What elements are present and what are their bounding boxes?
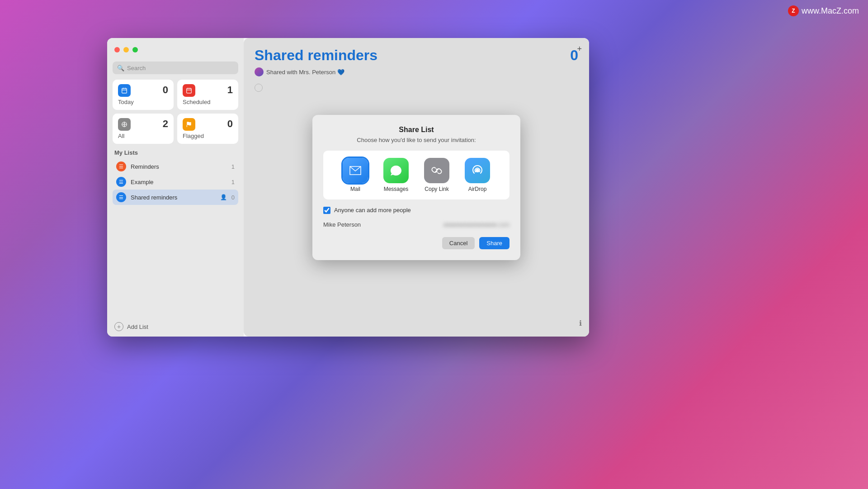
anyone-can-add-label: Anyone can add more people: [334, 207, 411, 214]
flagged-label: Flagged: [183, 133, 233, 139]
all-label: All: [118, 133, 168, 139]
search-icon: 🔍: [117, 65, 124, 71]
sidebar: 🔍 Search 0 Today 1: [107, 38, 244, 337]
svg-rect-0: [122, 88, 127, 93]
app-window: 🔍 Search 0 Today 1: [107, 38, 589, 337]
macz-url: www.MacZ.com: [802, 6, 859, 16]
example-list-count: 1: [231, 179, 235, 185]
reminders-list-label: Reminders: [131, 163, 227, 170]
all-icon: [118, 118, 131, 131]
list-item-example[interactable]: ☰ Example 1: [113, 174, 238, 190]
list-item-shared-reminders[interactable]: ☰ Shared reminders 👤 0: [113, 190, 238, 205]
shared-reminders-list-label: Shared reminders: [131, 194, 216, 201]
share-option-messages[interactable]: Messages: [380, 158, 412, 192]
reminders-list-count: 1: [231, 163, 235, 170]
today-label: Today: [118, 99, 168, 105]
scheduled-count: 1: [227, 84, 233, 96]
smart-card-today-header: 0: [118, 84, 168, 97]
modal-overlay: Share List Choose how you'd like to send…: [244, 38, 589, 337]
smart-card-flagged-header: 0: [183, 118, 233, 131]
smart-card-all-header: 2: [118, 118, 168, 131]
copylink-label: Copy Link: [425, 186, 448, 192]
all-count: 2: [163, 118, 168, 130]
share-option-airdrop[interactable]: AirDrop: [462, 158, 493, 192]
mail-icon: [343, 158, 368, 183]
smart-card-scheduled-header: 1: [183, 84, 233, 97]
shared-reminders-list-icon: ☰: [116, 192, 126, 202]
mail-label: Mail: [350, 186, 360, 192]
share-person-icon: 👤: [220, 194, 227, 200]
add-list-button[interactable]: + Add List: [107, 317, 244, 337]
smart-card-today[interactable]: 0 Today: [113, 80, 174, 110]
close-button[interactable]: [114, 47, 120, 52]
scheduled-icon: [183, 84, 195, 97]
participant-name: Mike Peterson: [323, 221, 361, 228]
share-button[interactable]: Share: [479, 237, 509, 249]
my-lists-section: My Lists ☰ Reminders 1 ☰ Example 1 ☰ Sha…: [107, 149, 244, 317]
modal-title: Share List: [323, 126, 509, 134]
smart-card-all[interactable]: 2 All: [113, 114, 174, 144]
search-bar[interactable]: 🔍 Search: [113, 62, 238, 74]
flagged-count: 0: [227, 118, 233, 130]
reminders-list-icon: ☰: [116, 161, 126, 171]
watermark: Z www.MacZ.com: [788, 5, 859, 16]
shared-reminders-list-count: 0: [231, 194, 235, 201]
example-list-label: Example: [131, 179, 227, 185]
smart-lists-grid: 0 Today 1 Scheduled 2: [107, 80, 244, 149]
macz-logo-icon: Z: [788, 5, 799, 16]
share-option-copylink[interactable]: Copy Link: [421, 158, 453, 192]
smart-card-flagged[interactable]: 0 Flagged: [177, 114, 238, 144]
main-content: + Shared reminders 0 Shared with Mrs. Pe…: [244, 38, 589, 337]
list-item-reminders[interactable]: ☰ Reminders 1: [113, 159, 238, 174]
minimize-button[interactable]: [123, 47, 129, 52]
today-count: 0: [163, 84, 168, 96]
anyone-can-add-row: Anyone can add more people: [323, 207, 509, 214]
cancel-button[interactable]: Cancel: [442, 237, 475, 249]
search-placeholder: Search: [127, 65, 146, 71]
airdrop-label: AirDrop: [468, 186, 487, 192]
svg-point-12: [476, 169, 479, 172]
modal-buttons: Cancel Share: [323, 237, 509, 249]
add-list-icon: +: [114, 322, 123, 331]
flagged-icon: [183, 118, 195, 131]
copylink-icon: [424, 158, 449, 183]
maximize-button[interactable]: [132, 47, 138, 52]
add-list-label: Add List: [127, 323, 148, 330]
airdrop-icon: [465, 158, 490, 183]
messages-icon: [383, 158, 409, 183]
share-options-container: Mail Messages: [323, 151, 509, 199]
titlebar: [107, 38, 244, 62]
modal-subtitle: Choose how you'd like to send your invit…: [323, 137, 509, 143]
svg-rect-4: [187, 88, 192, 93]
example-list-icon: ☰: [116, 177, 126, 187]
participant-row: Mike Peterson ●●●●●●●●●●●●●●●.com: [323, 221, 509, 228]
today-icon: [118, 84, 131, 97]
smart-card-scheduled[interactable]: 1 Scheduled: [177, 80, 238, 110]
messages-label: Messages: [384, 186, 409, 192]
anyone-can-add-checkbox[interactable]: [323, 207, 330, 214]
participant-email: ●●●●●●●●●●●●●●●.com: [443, 221, 509, 228]
share-option-mail[interactable]: Mail: [340, 158, 371, 192]
my-lists-title: My Lists: [113, 149, 238, 156]
scheduled-label: Scheduled: [183, 99, 233, 105]
share-list-modal: Share List Choose how you'd like to send…: [312, 115, 520, 260]
